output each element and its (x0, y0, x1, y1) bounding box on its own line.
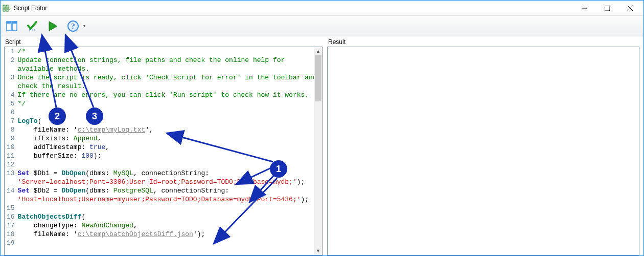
line-number: 1 (5, 47, 18, 56)
toolbar-overflow-icon[interactable]: ▾ (83, 24, 85, 28)
scrollbar-vertical[interactable]: ▲ ▼ (314, 47, 322, 255)
result-panel: Result (325, 36, 643, 255)
code-line[interactable]: ifExists: Append, (18, 134, 322, 143)
app-icon: ? (3, 4, 11, 12)
svg-text:?: ? (71, 22, 75, 30)
line-number: 12 (5, 160, 18, 169)
code-line[interactable]: Update connection strings, file paths an… (18, 56, 322, 73)
svg-rect-6 (605, 6, 610, 11)
line-number: 7 (5, 117, 18, 125)
line-number: 11 (5, 152, 18, 160)
line-number: 19 (5, 239, 18, 247)
script-panel: Script 1/*2Update connection strings, fi… (1, 36, 325, 255)
code-line[interactable]: fileName: 'c:\temp\myLog.txt', (18, 125, 322, 134)
code-line[interactable]: BatchObjectsDiff( (18, 212, 322, 221)
scrollbar-thumb[interactable] (315, 55, 321, 101)
code-line[interactable]: If there are no errors, you can click 'R… (18, 91, 322, 99)
svg-point-14 (32, 29, 33, 31)
scroll-up-icon[interactable]: ▲ (314, 47, 322, 55)
script-panel-label: Script (4, 38, 323, 46)
svg-text:?: ? (9, 7, 11, 10)
line-number: 6 (5, 108, 18, 117)
code-line[interactable] (18, 204, 322, 212)
run-script-button[interactable] (45, 19, 60, 33)
code-line[interactable]: changeType: NewAndChanged, (18, 221, 322, 230)
window-title: Script Editor (14, 5, 572, 12)
svg-rect-11 (7, 22, 11, 24)
annotation-badge-1: 1 (270, 160, 287, 178)
result-panel-label: Result (327, 38, 639, 46)
close-button[interactable] (618, 1, 641, 15)
window-controls (572, 1, 641, 15)
code-line[interactable]: /* (18, 47, 322, 56)
line-number: 15 (5, 204, 18, 212)
code-lines[interactable]: 1/*2Update connection strings, file path… (5, 47, 322, 247)
check-script-button[interactable] (25, 19, 39, 33)
code-line[interactable]: Once the script is ready, click 'Check s… (18, 73, 322, 91)
code-line[interactable]: fileName: 'c:\temp\batchObjectsDiff.json… (18, 230, 322, 239)
line-number: 18 (5, 230, 18, 239)
minimize-button[interactable] (572, 1, 595, 15)
maximize-button[interactable] (595, 1, 618, 15)
line-number: 3 (5, 73, 18, 91)
svg-point-15 (34, 29, 36, 31)
code-line[interactable]: addTimestamp: true, (18, 143, 322, 152)
line-number: 13 (5, 169, 18, 186)
code-line[interactable]: */ (18, 99, 322, 108)
line-number: 16 (5, 212, 18, 221)
line-number: 14 (5, 186, 18, 204)
line-number: 2 (5, 56, 18, 73)
svg-point-13 (29, 29, 31, 31)
code-line[interactable]: bufferSize: 100); (18, 152, 322, 160)
annotation-badge-3: 3 (86, 108, 103, 125)
script-editor-window: ? Script Editor (0, 0, 644, 256)
line-number: 5 (5, 99, 18, 108)
titlebar: ? Script Editor (1, 1, 643, 16)
help-button[interactable]: ? (66, 19, 80, 33)
line-number: 4 (5, 91, 18, 99)
line-number: 17 (5, 221, 18, 230)
svg-rect-12 (12, 22, 17, 24)
line-number: 9 (5, 134, 18, 143)
toolbar: ? ▾ (1, 16, 643, 36)
line-number: 8 (5, 125, 18, 134)
annotation-badge-2: 2 (49, 108, 66, 125)
content-area: Script 1/*2Update connection strings, fi… (1, 36, 643, 255)
code-line[interactable] (18, 239, 322, 247)
line-number: 10 (5, 143, 18, 152)
result-output[interactable] (327, 47, 639, 255)
code-line[interactable]: Set $Db2 = DbOpen(dbms: PostgreSQL, conn… (18, 186, 322, 204)
panels-button[interactable] (5, 19, 19, 33)
script-editor[interactable]: 1/*2Update connection strings, file path… (4, 47, 323, 255)
scroll-down-icon[interactable]: ▼ (314, 247, 322, 255)
